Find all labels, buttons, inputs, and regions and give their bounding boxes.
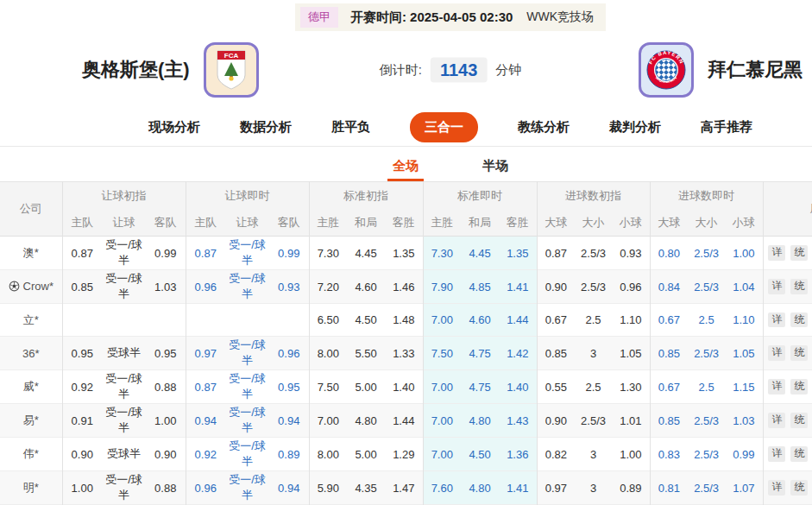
company-name: 澳* bbox=[23, 246, 39, 259]
odds-cell: 0.96 bbox=[186, 270, 225, 304]
odds-cell: 1.00 bbox=[725, 237, 763, 270]
odds-cell: 0.67 bbox=[537, 304, 575, 337]
match-info-bar: 德甲 开赛时间: 2025-04-05 02:30 WWK竞技场 bbox=[0, 0, 812, 31]
odds-cell: 2.5/3 bbox=[688, 438, 725, 471]
odds-cell: 0.90 bbox=[62, 438, 102, 471]
detail-button[interactable]: 详 bbox=[768, 345, 785, 360]
odds-cell: 5.00 bbox=[347, 370, 385, 404]
odds-cell: 0.67 bbox=[650, 304, 688, 337]
subcol-away: 客队 bbox=[269, 210, 309, 237]
subcol-home-win: 主胜 bbox=[423, 210, 461, 237]
subtab-full-time[interactable]: 全场 bbox=[387, 158, 424, 181]
countdown-value: 1143 bbox=[431, 58, 487, 83]
odds-cell: 7.50 bbox=[309, 370, 347, 404]
odds-cell: 0.84 bbox=[650, 270, 688, 304]
odds-cell: 1.00 bbox=[146, 404, 186, 438]
tab-coach-analysis[interactable]: 教练分析 bbox=[518, 119, 570, 136]
odds-cell bbox=[186, 304, 225, 337]
odds-cell: 4.50 bbox=[461, 438, 499, 471]
odds-cell: 1.48 bbox=[385, 304, 423, 337]
odds-cell: 1.00 bbox=[62, 471, 102, 505]
odds-cell: 1.42 bbox=[499, 337, 537, 370]
odds-cell: 0.87 bbox=[186, 237, 225, 270]
odds-cell: 1.05 bbox=[725, 337, 763, 370]
stats-button[interactable]: 统 bbox=[790, 279, 808, 294]
odds-table: 公司 让球初指 让球即时 标准初指 标准即时 进球数初指 进球数即时 历史同赔 … bbox=[0, 181, 812, 505]
table-row: 易*0.91受一/球半1.000.94受一/球半0.947.004.801.44… bbox=[0, 404, 812, 438]
subcol-handicap: 让球 bbox=[225, 210, 269, 237]
detail-button[interactable]: 详 bbox=[768, 446, 785, 461]
stats-button[interactable]: 统 bbox=[790, 345, 808, 360]
stats-button[interactable]: 统 bbox=[790, 413, 808, 427]
odds-cell: 1.40 bbox=[499, 370, 537, 404]
period-subtabs: 全场 半场 bbox=[0, 147, 812, 181]
odds-cell: 0.96 bbox=[612, 270, 650, 304]
table-row: 36*0.95受球半0.950.97受一/球半0.968.005.501.337… bbox=[0, 337, 812, 370]
odds-cell: 1.05 bbox=[612, 337, 650, 370]
stats-button[interactable]: 统 bbox=[790, 245, 808, 260]
detail-button[interactable]: 详 bbox=[768, 312, 785, 327]
stats-button[interactable]: 统 bbox=[790, 480, 808, 495]
detail-button[interactable]: 详 bbox=[768, 413, 785, 427]
tab-expert-picks[interactable]: 高手推荐 bbox=[701, 119, 752, 136]
odds-cell: 0.89 bbox=[269, 438, 309, 471]
odds-cell: 0.93 bbox=[269, 270, 309, 304]
odds-table-body: 澳*0.87受一/球半0.990.87受一/球半0.997.304.451.35… bbox=[0, 237, 812, 505]
odds-cell: 受球半 bbox=[102, 337, 146, 370]
odds-cell: 2.5/3 bbox=[688, 237, 725, 270]
odds-cell: 7.20 bbox=[309, 270, 347, 304]
odds-cell: 0.94 bbox=[269, 404, 309, 438]
odds-cell: 0.88 bbox=[146, 370, 186, 404]
tab-data-analysis[interactable]: 数据分析 bbox=[240, 119, 292, 136]
odds-cell: 0.95 bbox=[62, 337, 102, 370]
tab-referee-analysis[interactable]: 裁判分析 bbox=[609, 119, 661, 136]
tab-live-analysis[interactable]: 现场分析 bbox=[148, 119, 200, 136]
odds-cell: 0.96 bbox=[269, 337, 309, 370]
company-cell: 明* bbox=[0, 471, 62, 505]
odds-cell: 5.50 bbox=[347, 337, 385, 370]
odds-cell: 2.5/3 bbox=[575, 237, 612, 270]
detail-button[interactable]: 详 bbox=[768, 379, 785, 394]
odds-cell: 受一/球半 bbox=[225, 337, 269, 370]
odds-cell: 0.96 bbox=[186, 471, 225, 505]
odds-cell: 受球半 bbox=[102, 438, 146, 471]
odds-cell: 受一/球半 bbox=[225, 471, 269, 505]
odds-cell: 0.82 bbox=[537, 438, 575, 471]
soccer-ball-icon bbox=[9, 281, 20, 294]
subtab-half-time[interactable]: 半场 bbox=[477, 158, 513, 181]
odds-cell: 1.00 bbox=[612, 438, 650, 471]
company-name: 明* bbox=[23, 481, 39, 494]
odds-cell: 7.90 bbox=[423, 270, 461, 304]
odds-cell: 受一/球半 bbox=[102, 471, 146, 505]
odds-cell: 1.33 bbox=[385, 337, 423, 370]
stats-button[interactable]: 统 bbox=[790, 312, 808, 327]
odds-table-header: 公司 让球初指 让球即时 标准初指 标准即时 进球数初指 进球数即时 历史同赔 … bbox=[0, 182, 812, 237]
company-cell: Crow* bbox=[0, 270, 62, 304]
odds-cell: 受一/球半 bbox=[102, 404, 146, 438]
subcol-handicap: 让球 bbox=[102, 210, 146, 237]
col-history: 历史同赔 bbox=[763, 182, 812, 237]
odds-cell: 1.43 bbox=[499, 404, 537, 438]
stats-button[interactable]: 统 bbox=[790, 379, 808, 394]
odds-cell: 0.81 bbox=[650, 471, 688, 505]
odds-cell: 1.03 bbox=[146, 270, 186, 304]
away-team-name: 拜仁慕尼黑 bbox=[708, 57, 803, 83]
odds-cell: 2.5/3 bbox=[575, 404, 612, 438]
home-team: 奥格斯堡(主) FCA bbox=[82, 42, 259, 98]
tab-three-in-one[interactable]: 三合一 bbox=[410, 112, 478, 142]
odds-cell: 1.30 bbox=[612, 370, 650, 404]
tab-win-draw-lose[interactable]: 胜平负 bbox=[331, 119, 370, 136]
stats-button[interactable]: 统 bbox=[790, 446, 808, 461]
odds-cell: 7.00 bbox=[423, 304, 461, 337]
odds-cell: 2.5/3 bbox=[575, 270, 612, 304]
odds-cell: 0.92 bbox=[186, 438, 225, 471]
odds-cell: 受一/球半 bbox=[225, 237, 269, 270]
odds-cell bbox=[146, 304, 186, 337]
odds-cell bbox=[225, 304, 269, 337]
detail-button[interactable]: 详 bbox=[768, 279, 785, 294]
subcol-away-win: 客胜 bbox=[499, 210, 537, 237]
odds-cell: 0.89 bbox=[612, 471, 650, 505]
detail-button[interactable]: 详 bbox=[768, 480, 785, 495]
countdown: 倒计时: 1143 分钟 bbox=[380, 58, 522, 83]
detail-button[interactable]: 详 bbox=[768, 245, 785, 260]
